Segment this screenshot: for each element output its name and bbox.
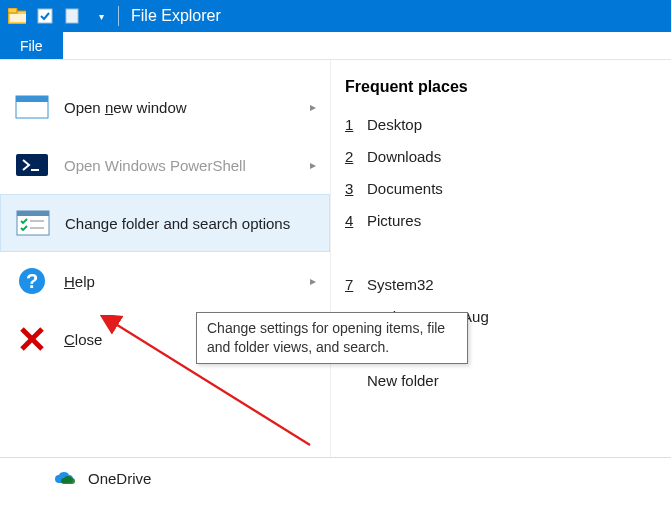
- file-menu-left-column: Open new window ▸ Open Windows PowerShel…: [0, 60, 330, 457]
- place-name: Documents: [367, 180, 443, 197]
- menu-item-label: Open Windows PowerShell: [64, 157, 246, 174]
- window-icon: [14, 93, 50, 121]
- place-accesskey: 3: [345, 180, 367, 197]
- onedrive-label[interactable]: OneDrive: [88, 470, 151, 487]
- place-name: Pictures: [367, 212, 421, 229]
- menu-item-label: Help: [64, 273, 95, 290]
- menu-item-label: Change folder and search options: [65, 215, 290, 232]
- help-icon: ?: [14, 267, 50, 295]
- place-name: Desktop: [367, 116, 422, 133]
- place-name: New folder: [367, 372, 439, 389]
- menu-item-change-options[interactable]: Change folder and search options: [0, 194, 330, 252]
- qat-dropdown-icon[interactable]: ▾: [92, 7, 110, 25]
- frequent-place-item[interactable]: 7 System32: [345, 268, 661, 300]
- place-accesskey: 7: [345, 276, 367, 293]
- menu-item-open-powershell[interactable]: Open Windows PowerShell ▸: [0, 136, 330, 194]
- onedrive-icon: [54, 471, 78, 487]
- svg-rect-2: [10, 14, 26, 22]
- tooltip: Change settings for opening items, file …: [196, 312, 468, 364]
- frequent-place-item[interactable]: 4 Pictures: [345, 204, 661, 236]
- frequent-place-item[interactable]: 2 Downloads: [345, 140, 661, 172]
- frequent-places-header: Frequent places: [345, 78, 661, 96]
- submenu-caret-icon: ▸: [310, 100, 316, 114]
- frequent-place-item[interactable]: 1 Desktop: [345, 108, 661, 140]
- submenu-caret-icon: ▸: [310, 158, 316, 172]
- titlebar: ▾ File Explorer: [0, 0, 671, 32]
- options-icon: [15, 209, 51, 237]
- place-accesskey: 4: [345, 212, 367, 229]
- file-tab[interactable]: File: [0, 32, 63, 59]
- menu-item-help[interactable]: ? Help ▸: [0, 252, 330, 310]
- place-accesskey: 2: [345, 148, 367, 165]
- quick-access-toolbar: ▾: [8, 7, 110, 25]
- svg-rect-10: [17, 211, 49, 216]
- menu-item-open-new-window[interactable]: Open new window ▸: [0, 78, 330, 136]
- svg-rect-3: [38, 9, 52, 23]
- powershell-icon: [14, 151, 50, 179]
- file-explorer-icon[interactable]: [8, 7, 26, 25]
- nav-pane-area: OneDrive: [0, 458, 671, 487]
- svg-rect-1: [8, 8, 17, 13]
- svg-rect-7: [16, 154, 48, 176]
- frequent-places-panel: Frequent places 1 Desktop 2 Downloads 3 …: [330, 60, 671, 457]
- svg-text:?: ?: [26, 270, 38, 292]
- place-accesskey: 1: [345, 116, 367, 133]
- submenu-caret-icon: ▸: [310, 274, 316, 288]
- file-menu-panel: Open new window ▸ Open Windows PowerShel…: [0, 60, 671, 458]
- close-icon: [14, 325, 50, 353]
- app-title: File Explorer: [131, 7, 221, 25]
- menu-item-label: Close: [64, 331, 102, 348]
- properties-icon[interactable]: [36, 7, 54, 25]
- svg-rect-6: [16, 96, 48, 102]
- place-name: Downloads: [367, 148, 441, 165]
- ribbon: File: [0, 32, 671, 60]
- frequent-place-item[interactable]: 3 Documents: [345, 172, 661, 204]
- titlebar-separator: [118, 6, 119, 26]
- svg-rect-4: [66, 9, 78, 23]
- place-name: System32: [367, 276, 434, 293]
- menu-item-label: Open new window: [64, 99, 187, 116]
- frequent-place-item[interactable]: New folder: [345, 364, 661, 396]
- new-folder-icon[interactable]: [64, 7, 82, 25]
